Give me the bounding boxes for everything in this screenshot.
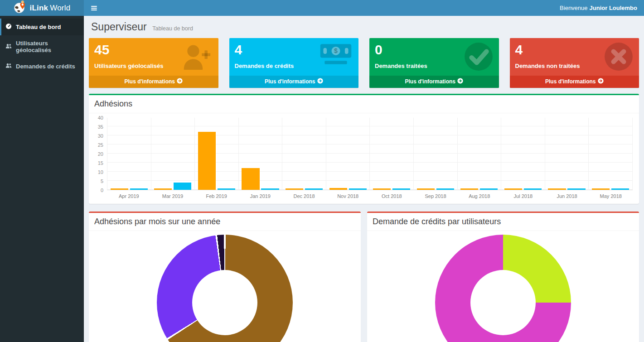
bar-category xyxy=(457,118,501,190)
serie-bleue-bar xyxy=(524,188,542,190)
plus-informations-link[interactable]: Plus d'informations xyxy=(229,76,359,88)
sidebar-item-label: Demandes de crédits xyxy=(16,63,75,70)
x-tick-label: Aug 2018 xyxy=(457,190,501,199)
x-tick-label: Jan 2019 xyxy=(238,190,282,199)
user-name: Junior Loulembo xyxy=(590,5,637,11)
serie-orange-bar xyxy=(592,188,610,190)
brand-text: iLinkWorld xyxy=(30,4,71,13)
stat-boxes-row: 45 Utilisateurs géolocalisés Plus d'info… xyxy=(89,38,639,88)
serie-orange-bar xyxy=(548,188,566,190)
panel-title: Adhésions xyxy=(89,95,639,113)
times-circle-icon xyxy=(604,42,634,73)
user-plus-icon xyxy=(180,42,213,72)
serie-bleue-bar xyxy=(130,188,148,190)
arrow-circle-right-icon xyxy=(177,78,183,85)
x-axis-labels: Apr 2019Mar 2019Feb 2019Jan 2019Dec 2018… xyxy=(107,190,633,199)
serie-orange-bar xyxy=(417,188,435,190)
bar-category xyxy=(238,118,282,190)
page-title: Superviseur xyxy=(91,21,147,33)
x-tick-label: Jun 2018 xyxy=(545,190,589,199)
y-tick-label: 25 xyxy=(98,142,103,148)
serie-orange-bar xyxy=(460,188,478,190)
serie-bleue-bar xyxy=(261,188,279,190)
sidebar: Tableau de bord Utilisateurs géolocalisé… xyxy=(0,16,84,342)
bar-category xyxy=(501,118,545,190)
serie-bleue-bar xyxy=(392,188,410,190)
serie-orange-bar xyxy=(242,168,259,190)
ilink-globe-pin-icon: $ xyxy=(14,0,27,15)
adhesions-bar-chart: 0510152025303540 Apr 2019Mar 2019Feb 201… xyxy=(93,118,633,199)
panel-title: Demande de crédits par utilisateurs xyxy=(367,213,639,231)
y-tick-label: 20 xyxy=(98,151,103,157)
bar-category xyxy=(151,118,195,190)
serie-bleue-bar xyxy=(174,183,191,190)
welcome-text: Bienvenue xyxy=(560,5,587,11)
plus-informations-link[interactable]: Plus d'informations xyxy=(89,76,218,88)
sidebar-item-label: Tableau de bord xyxy=(16,24,61,30)
serie-bleue-bar xyxy=(349,188,367,190)
sidebar-toggle-button[interactable] xyxy=(84,0,104,16)
users-icon xyxy=(5,63,12,70)
bar-plot-area xyxy=(107,118,633,190)
bar-category xyxy=(107,118,151,190)
bar-category xyxy=(369,118,413,190)
bar-category xyxy=(194,118,238,190)
arrow-circle-right-icon xyxy=(457,78,463,85)
check-circle-icon xyxy=(464,42,494,73)
page-subtitle: Tableau de bord xyxy=(152,25,193,32)
serie-bleue-bar xyxy=(567,188,585,190)
content-header: Superviseur Tableau de bord xyxy=(89,19,639,38)
top-navbar: $ iLinkWorld Bienvenue Junior Loulembo xyxy=(0,0,644,16)
x-tick-label: Sep 2018 xyxy=(414,190,458,199)
adhesions-donut-chart xyxy=(157,235,293,342)
bar-category xyxy=(282,118,326,190)
serie-orange-bar xyxy=(504,188,522,190)
users-icon xyxy=(5,43,12,51)
y-tick-label: 0 xyxy=(101,188,103,193)
serie-orange-bar xyxy=(198,132,216,190)
adhesions-bar-chart-panel: Adhésions 0510152025303540 Apr 2019Mar 2… xyxy=(89,94,639,204)
y-tick-label: 10 xyxy=(98,169,103,175)
main-content: Superviseur Tableau de bord 45 Utilisate… xyxy=(84,16,644,342)
adhesions-donut-panel: Adhésions par mois sur une année xyxy=(89,212,361,342)
plus-informations-link[interactable]: Plus d'informations xyxy=(369,76,499,88)
serie-bleue-bar xyxy=(305,188,323,190)
x-tick-label: Feb 2019 xyxy=(194,190,238,199)
credits-donut-chart xyxy=(435,235,571,342)
y-tick-label: 35 xyxy=(98,124,103,130)
x-tick-label: Jul 2018 xyxy=(501,190,545,199)
bar-category xyxy=(413,118,457,190)
bar-category xyxy=(545,118,589,190)
x-tick-label: Oct 2018 xyxy=(370,190,414,199)
bar-category xyxy=(326,118,370,190)
sidebar-item-tableau-de-bord[interactable]: Tableau de bord xyxy=(0,19,84,35)
serie-bleue-bar xyxy=(480,188,498,190)
bar-category xyxy=(588,118,633,190)
panel-title: Adhésions par mois sur une année xyxy=(89,213,361,231)
x-tick-label: Dec 2018 xyxy=(282,190,326,199)
user-welcome[interactable]: Bienvenue Junior Loulembo xyxy=(560,0,644,16)
stat-box-utilisateurs-geolocalises: 45 Utilisateurs géolocalisés Plus d'info… xyxy=(89,38,218,88)
serie-orange-bar xyxy=(111,188,128,190)
plus-informations-link[interactable]: Plus d'informations xyxy=(510,76,639,88)
serie-bleue-bar xyxy=(436,188,454,190)
stat-box-demandes-traitees: 0 Demandes traitées Plus d'informations xyxy=(369,38,499,88)
serie-orange-bar xyxy=(286,188,303,190)
serie-orange-bar xyxy=(373,188,391,190)
y-tick-label: 15 xyxy=(98,160,103,166)
sidebar-item-utilisateurs-geolocalises[interactable]: Utilisateurs géolocalisés xyxy=(0,35,84,58)
credits-donut-panel: Demande de crédits par utilisateurs xyxy=(367,212,639,342)
serie-bleue-bar xyxy=(218,188,235,190)
stat-box-demandes-de-credits: 4 Demandes de crédits $ Plus d'informati… xyxy=(229,38,359,88)
svg-text:$: $ xyxy=(334,47,338,54)
y-tick-label: 30 xyxy=(98,133,103,139)
sidebar-item-demandes-de-credits[interactable]: Demandes de crédits xyxy=(0,58,84,75)
y-axis: 0510152025303540 xyxy=(93,118,107,190)
x-tick-label: Nov 2018 xyxy=(326,190,370,199)
x-tick-label: May 2018 xyxy=(589,190,633,199)
money-icon: $ xyxy=(319,42,353,69)
x-tick-label: Mar 2019 xyxy=(151,190,195,199)
donut-charts-row: Adhésions par mois sur une année Demande… xyxy=(89,212,639,342)
brand-logo-link[interactable]: $ iLinkWorld xyxy=(0,0,84,16)
y-tick-label: 40 xyxy=(98,115,103,120)
